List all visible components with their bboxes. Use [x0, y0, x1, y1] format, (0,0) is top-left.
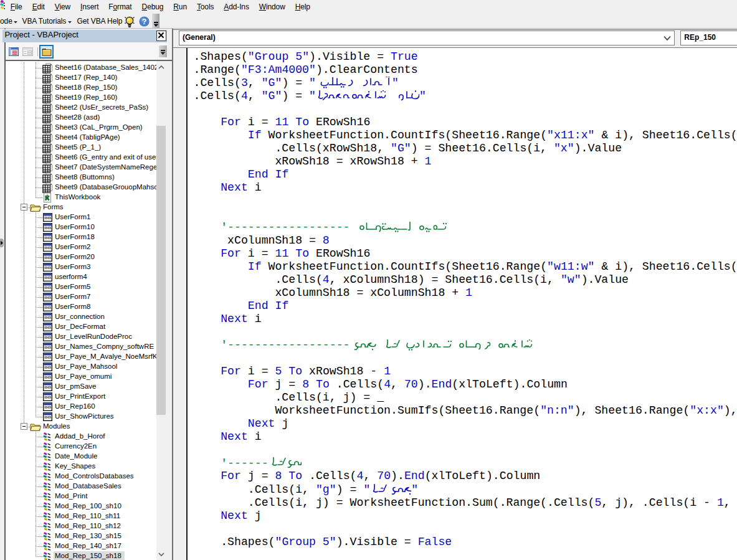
svg-text:?: ?: [141, 17, 146, 26]
